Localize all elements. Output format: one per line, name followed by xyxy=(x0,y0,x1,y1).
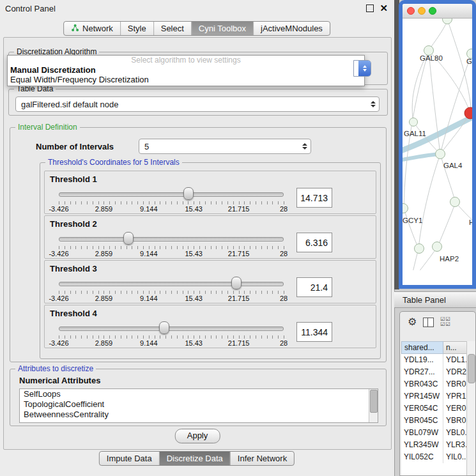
cell[interactable]: YER0... xyxy=(443,403,467,415)
cell[interactable]: YIL0... xyxy=(443,451,467,463)
slider-track[interactable] xyxy=(59,192,284,197)
cell[interactable]: YLR3... xyxy=(443,439,467,451)
cell[interactable]: YDL1... xyxy=(443,354,467,366)
threshold-4-value-field[interactable] xyxy=(296,322,332,342)
algorithm-combobox[interactable] xyxy=(353,60,371,77)
list-scrollbar[interactable] xyxy=(369,389,378,422)
apply-button[interactable]: Apply xyxy=(175,429,220,443)
slider-thumb[interactable] xyxy=(231,277,242,289)
cell[interactable]: YBL0... xyxy=(443,427,467,439)
table-row[interactable]: YDR27...YDR2... xyxy=(401,366,467,378)
slider-track[interactable] xyxy=(59,237,284,242)
network-node[interactable] xyxy=(436,150,445,159)
tab-jactivemnodules[interactable]: jActiveMNodules xyxy=(254,22,330,35)
table-row[interactable]: YPR145WYPR1... xyxy=(401,390,467,403)
number-of-intervals-combobox[interactable]: 5 xyxy=(139,139,311,154)
cell[interactable]: YLR345W xyxy=(401,439,443,451)
network-node[interactable] xyxy=(415,244,424,254)
tab-network[interactable]: Network xyxy=(64,22,121,35)
network-node[interactable] xyxy=(410,118,418,127)
minimize-traffic-light-icon[interactable] xyxy=(418,7,426,15)
table-data-combobox[interactable]: galFiltered.sif default node xyxy=(15,96,380,112)
menu-item-manual-discretization[interactable]: Manual Discretization xyxy=(8,65,364,75)
tab-style[interactable]: Style xyxy=(121,22,154,35)
tab-infer-network[interactable]: Infer Network xyxy=(231,452,294,465)
cell[interactable]: YBL079W xyxy=(401,427,443,439)
table-row[interactable]: YER054CYER0... xyxy=(401,403,467,415)
cell[interactable]: YBR0... xyxy=(443,378,467,390)
threshold-1-slider[interactable] xyxy=(59,187,284,201)
list-item[interactable]: BetweennessCentrality xyxy=(20,410,378,420)
threshold-1-value-field[interactable] xyxy=(296,188,332,208)
node-label: GAL80 xyxy=(420,54,443,62)
scale-tick-label: 21.715 xyxy=(228,295,250,302)
slider-track[interactable] xyxy=(59,326,284,331)
list-item[interactable]: TopologicalCoefficient xyxy=(20,399,378,410)
close-icon[interactable]: ✕ xyxy=(380,5,388,12)
table-row[interactable]: YDL19...YDL1... xyxy=(401,354,467,366)
tab-select[interactable]: Select xyxy=(154,22,192,35)
tab-discretize-data[interactable]: Discretize Data xyxy=(160,452,231,465)
table-row[interactable]: YBL079WYBL0... xyxy=(401,427,467,439)
cell[interactable]: YPR1... xyxy=(443,390,467,403)
network-canvas[interactable]: GAL80 GA GAL11 GAL4 GCY1 H HAP2 xyxy=(403,19,472,270)
table-header: shared... n... xyxy=(401,341,467,354)
tab-label: Impute Data xyxy=(107,454,152,463)
table-scrollbar[interactable] xyxy=(466,341,475,475)
scale-tick-label: 2.859 xyxy=(95,295,113,302)
menu-item-equal-width-frequency[interactable]: Equal Width/Frequency Discretization xyxy=(8,75,364,84)
cell[interactable]: YDR2... xyxy=(443,366,467,378)
table-data-value: galFiltered.sif default node xyxy=(21,100,118,109)
column-header-name[interactable]: n... xyxy=(443,341,467,354)
network-node[interactable] xyxy=(443,19,452,24)
threshold-2-panel: Threshold 2 -3.426 2.859 9.144 15.43 21.… xyxy=(44,215,376,259)
threshold-3-slider[interactable] xyxy=(59,276,284,290)
scrollbar-thumb[interactable] xyxy=(370,390,378,413)
network-node[interactable] xyxy=(433,242,442,252)
cell[interactable]: YER054C xyxy=(401,403,443,415)
scale-tick-label: -3.426 xyxy=(49,295,68,302)
column-header-shared-name[interactable]: shared... xyxy=(401,341,443,354)
column-checkboxes-icon[interactable]: ☑☑☑☑ xyxy=(440,317,450,327)
scale-tick-label: 9.144 xyxy=(140,250,158,257)
threshold-3-value-field[interactable] xyxy=(296,277,332,297)
slider-thumb[interactable] xyxy=(123,232,134,245)
threshold-2-slider[interactable] xyxy=(59,231,284,245)
cell[interactable]: YDR27... xyxy=(401,366,443,378)
selected-network-node[interactable] xyxy=(464,107,472,119)
network-icon xyxy=(71,24,79,34)
cell[interactable]: YBR0... xyxy=(443,415,467,427)
threshold-4-slider[interactable] xyxy=(59,321,284,335)
table-row[interactable]: YLR345WYLR3... xyxy=(401,439,467,451)
tab-label: Network xyxy=(82,24,113,33)
threshold-2-value-field[interactable] xyxy=(296,233,332,252)
slider-thumb[interactable] xyxy=(183,187,194,200)
cell[interactable]: YIL052C xyxy=(401,451,443,463)
gear-icon[interactable]: ⚙ xyxy=(408,317,417,327)
cell[interactable]: YPR145W xyxy=(401,390,443,403)
tab-label: Style xyxy=(128,24,146,33)
close-traffic-light-icon[interactable] xyxy=(407,7,415,15)
network-node[interactable] xyxy=(450,197,460,207)
scale-tick-label: 15.43 xyxy=(185,339,203,347)
maximize-icon[interactable] xyxy=(366,4,374,12)
cell[interactable]: YDL19... xyxy=(401,354,443,366)
threshold-2-label: Threshold 2 xyxy=(50,219,97,229)
threshold-1-label: Threshold 1 xyxy=(50,174,97,184)
table-row[interactable]: YIL052CYIL0... xyxy=(401,451,467,463)
cell[interactable]: YBR045C xyxy=(401,415,443,427)
scale-tick-label: 9.144 xyxy=(140,339,158,347)
columns-icon[interactable] xyxy=(423,318,434,327)
scale-tick-label: 21.715 xyxy=(228,205,250,213)
table-row[interactable]: YBR043CYBR0... xyxy=(401,378,467,390)
network-node[interactable] xyxy=(403,204,408,213)
scrollbar-thumb[interactable] xyxy=(468,354,475,383)
slider-track[interactable] xyxy=(59,282,284,286)
tab-impute-data[interactable]: Impute Data xyxy=(100,452,160,465)
table-row[interactable]: YBR045CYBR0... xyxy=(401,415,467,427)
slider-thumb[interactable] xyxy=(159,321,169,334)
zoom-traffic-light-icon[interactable] xyxy=(429,7,436,15)
list-item[interactable]: SelfLoops xyxy=(20,389,378,399)
cell[interactable]: YBR043C xyxy=(401,378,443,390)
tab-cyni-toolbox[interactable]: Cyni Toolbox xyxy=(192,22,254,35)
